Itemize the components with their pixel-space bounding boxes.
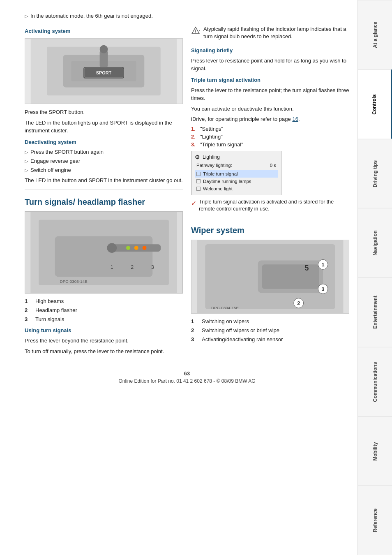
deactivating-system-heading: Deactivating system: [25, 139, 183, 145]
deactivate-bullet-2-text: Engage reverse gear: [30, 157, 80, 165]
deactivate-bullet-2: ▷ Engage reverse gear: [25, 157, 183, 165]
turn-item-3: 3 Turn signals: [25, 316, 183, 323]
indicator-svg: [191, 26, 200, 35]
svg-rect-7: [100, 51, 108, 67]
svg-text:2: 2: [297, 300, 300, 306]
svg-point-8: [100, 45, 108, 53]
sidebar-tab-communications[interactable]: Communications: [358, 347, 392, 416]
svg-point-14: [126, 246, 130, 250]
activating-caption-2: The LED in the button lights up and SPOR…: [25, 119, 183, 135]
wiper-system-heading: Wiper system: [191, 225, 349, 236]
deactivate-bullet-1-text: Press the SPORT button again: [30, 148, 104, 156]
checkmark-icon: ✓: [191, 199, 196, 208]
turn-item-1: 1 High beams: [25, 298, 183, 305]
svg-text:1: 1: [321, 261, 324, 268]
sidebar-tab-navigation[interactable]: Navigation: [358, 208, 392, 278]
wiper-item-3: 3 Activating/deactivating rain sensor: [191, 336, 349, 343]
wiper-num-1: 1: [191, 318, 199, 325]
headlamp-flasher-image: 1 2 3 DPC-0303-14E: [25, 211, 183, 294]
top-bullet-text: In the automatic mode, the 6th gear is n…: [30, 12, 153, 20]
sidebar-tab-entertainment[interactable]: Entertainment: [358, 278, 392, 347]
checkbox-triple: [196, 172, 201, 176]
turn-num-1: 1: [25, 298, 33, 305]
idrive-step-1: 1. "Settings": [191, 126, 349, 132]
turn-label-3: Turn signals: [35, 316, 64, 323]
idrive-step-3: 3. "Triple turn signal": [191, 141, 349, 148]
sidebar-tab-driving-tips[interactable]: Driving tips: [358, 139, 392, 208]
pathway-row: Pathway lighting: 0 s: [195, 162, 278, 169]
triple-text-1: Press the lever to the resistance point;…: [191, 86, 349, 102]
sidebar-tab-mobility[interactable]: Mobility: [358, 416, 392, 486]
menu-row-welcome[interactable]: Welcome light: [195, 185, 278, 192]
section-divider: [25, 190, 183, 190]
sidebar-tab-controls[interactable]: Controls: [358, 69, 392, 139]
svg-text:3: 3: [151, 264, 154, 270]
indicator-note-block: Atypically rapid flashing of the indicat…: [191, 25, 349, 43]
svg-text:DPC-0303-14E: DPC-0303-14E: [60, 279, 88, 284]
using-turn-text-2: To turn off manually, press the lever to…: [25, 347, 183, 356]
footer-text: Online Edition for Part no. 01 41 2 602 …: [25, 378, 349, 384]
svg-text:5: 5: [305, 264, 309, 272]
deactivate-bullet-3-text: Switch off engine: [30, 166, 71, 174]
idrive-num-3: 3.: [191, 141, 198, 148]
idrive-menu-title: Lighting: [203, 154, 220, 160]
svg-point-16: [143, 246, 147, 250]
svg-rect-28: [262, 264, 319, 289]
sidebar: At a glance Controls Driving tips Naviga…: [357, 0, 392, 555]
page-number: 63: [25, 370, 349, 377]
turn-signals-heading: Turn signals/ headlamp flasher: [25, 197, 183, 207]
svg-text:SPORT: SPORT: [96, 70, 112, 75]
menu-label-welcome: Welcome light: [203, 186, 233, 191]
checkbox-daytime: [196, 179, 201, 183]
bullet-arrow-icon: ▷: [25, 167, 28, 173]
menu-label-daytime: Daytime running lamps: [203, 179, 251, 184]
triple-signal-note: ✓ Triple turn signal activation is activ…: [191, 199, 349, 213]
svg-point-15: [134, 246, 138, 250]
activating-system-heading: Activating system: [25, 28, 183, 34]
turn-item-2: 2 Headlamp flasher: [25, 307, 183, 314]
wiper-item-1: 1 Switching on wipers: [191, 318, 349, 325]
idrive-num-2: 2.: [191, 134, 198, 140]
menu-row-daytime[interactable]: Daytime running lamps: [195, 178, 278, 185]
idrive-menu-header: ⚙ Lighting: [195, 154, 278, 160]
flasher-svg: 1 2 3 DPC-0303-14E: [25, 212, 182, 293]
sport-button-image: SPORT: [25, 38, 183, 104]
svg-text:3: 3: [321, 286, 324, 292]
triple-text-2: You can activate or deactivate this func…: [191, 105, 349, 113]
deactivate-bullet-3: ▷ Switch off engine: [25, 166, 183, 174]
deactivate-bullet-1: ▷ Press the SPORT button again: [25, 148, 183, 156]
triangle-indicator-icon: [191, 26, 200, 36]
turn-num-3: 3: [25, 316, 33, 323]
triple-signal-note-text: Triple turn signal activation is activat…: [199, 199, 349, 213]
svg-rect-11: [55, 236, 153, 277]
bullet-arrow-icon: ▷: [25, 149, 28, 155]
pathway-value: 0 s: [270, 163, 276, 168]
signaling-briefly-text: Press lever to resistance point and hold…: [191, 57, 349, 73]
page-link[interactable]: 16: [292, 116, 298, 122]
sidebar-tab-at-a-glance[interactable]: At a glance: [358, 0, 392, 69]
wiper-svg: 1 3 2 5 DPC-0304-15E: [191, 240, 349, 313]
sport-image-svg: SPORT: [25, 39, 182, 104]
svg-point-13: [107, 243, 117, 253]
menu-row-triple[interactable]: Triple turn signal: [195, 170, 278, 178]
sidebar-tab-reference[interactable]: Reference: [358, 486, 392, 555]
checkbox-welcome: [196, 187, 201, 191]
idrive-label-3: "Triple turn signal": [200, 141, 243, 148]
idrive-num-1: 1.: [191, 126, 198, 132]
idrive-icon: ⚙: [195, 154, 200, 160]
turn-label-1: High beams: [35, 298, 64, 305]
triple-turn-signal-heading: Triple turn signal activation: [191, 77, 349, 83]
wiper-num-2: 2: [191, 327, 199, 334]
svg-text:1: 1: [111, 264, 113, 270]
activating-caption-1: Press the SPORT button.: [25, 108, 183, 116]
turn-num-2: 2: [25, 307, 33, 314]
wiper-num-3: 3: [191, 336, 199, 343]
turn-label-2: Headlamp flasher: [35, 307, 77, 314]
using-turn-text-1: Press the lever beyond the resistance po…: [25, 337, 183, 345]
footer-bar: 63 Online Edition for Part no. 01 41 2 6…: [25, 366, 349, 388]
bullet-arrow-icon: ▷: [25, 158, 28, 164]
top-bullet-item: ▷ In the automatic mode, the 6th gear is…: [25, 12, 349, 20]
wiper-item-2: 2 Switching off wipers or brief wipe: [191, 327, 349, 334]
idrive-label-2: "Lighting": [200, 134, 223, 140]
wiper-label-2: Switching off wipers or brief wipe: [202, 327, 279, 334]
